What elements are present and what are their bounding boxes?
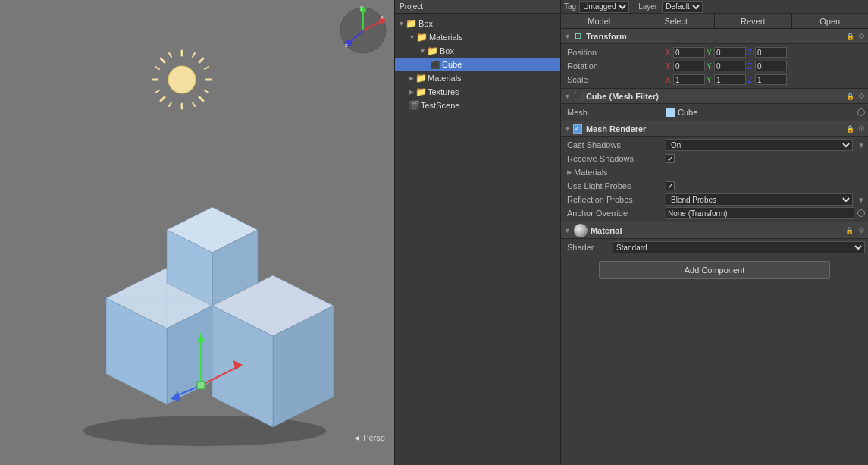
mesh-value-row: Mesh Cube [561,105,868,119]
position-z-input[interactable] [755,47,787,58]
expand-arrow: ▼ [409,33,415,41]
reflection-probes-label: Reflection Probes [567,195,666,204]
x-label: X [666,49,672,57]
tree-item-cube[interactable]: ⬛ Cube [395,58,560,71]
scale-z-input[interactable] [755,74,787,85]
tab-revert[interactable]: Revert [715,14,792,28]
transform-title: Transform [586,32,844,41]
mesh-property-label: Mesh [567,108,666,117]
materials-foldout[interactable]: ▶ Materials [561,165,868,179]
reflection-probes-row: Reflection Probes Blend Probes ▼ [561,193,868,206]
materials-expand-arrow: ▶ [567,168,572,176]
cube-scene-svg [45,162,364,450]
anchor-override-value: None (Transform) [666,207,865,219]
mesh-filter-settings-icon[interactable]: ⚙ [858,92,865,100]
rx-label: X [666,62,672,71]
anchor-override-pick[interactable] [857,209,865,217]
scale-y-input[interactable] [714,74,746,85]
layer-label: Layer [638,2,657,11]
tree-item-box-root[interactable]: ▼ 📁 Box [395,17,560,30]
material-preview-ball [574,224,588,237]
scale-x-input[interactable] [673,74,705,85]
scale-y-field: Y [707,74,746,85]
expand-arrow: ▼ [419,47,426,55]
use-light-probes-checkbox[interactable] [666,181,675,190]
material-header[interactable]: ▼ Material 🔒 ⚙ [561,222,868,239]
scale-value: X Y Z [666,74,865,85]
position-z-field: Z [747,47,787,58]
position-x-input[interactable] [673,47,705,58]
scale-xyz: X Y Z [666,74,865,85]
svg-line-6 [199,58,203,62]
rotation-z-input[interactable] [755,61,787,71]
receive-shadows-row: Receive Shadows [561,152,868,165]
cast-shadows-label: Cast Shadows [567,140,666,149]
cast-shadows-select[interactable]: On [666,139,853,151]
rotation-y-input[interactable] [714,61,746,71]
receive-shadows-label: Receive Shadows [567,154,666,163]
tab-model[interactable]: Model [561,14,638,28]
mesh-renderer-body: Cast Shadows On ▼ Receive Shadows [561,137,868,222]
inspector-panel: Tag Untagged Layer Default Model Select … [561,0,868,465]
shader-label: Shader [567,243,613,252]
tree-item-materials-1[interactable]: ▼ 📁 Materials [395,30,560,44]
mesh-renderer-header[interactable]: ▼ ✓ Mesh Renderer 🔒 ⚙ [561,121,868,137]
cast-shadows-value: On ▼ [666,139,865,151]
mesh-filter-title: Cube (Mesh Filter) [586,92,844,101]
cast-shadows-expand: ▼ [857,141,865,149]
sx-label: X [666,76,672,84]
rotation-x-input[interactable] [673,61,705,71]
tree-item-textures[interactable]: ▶ 📁 Textures [395,85,560,99]
tag-select[interactable]: Untagged [579,1,629,13]
mesh-pick-button[interactable] [857,108,865,116]
material-body: Shader Standard [561,239,868,256]
position-label: Position [567,48,666,57]
mesh-filter-header[interactable]: ▼ ⬛ Cube (Mesh Filter) 🔒 ⚙ [561,89,868,104]
tab-select[interactable]: Select [638,14,716,28]
mesh-renderer-enabled-checkbox[interactable]: ✓ [573,124,582,134]
tree-item-box-sub[interactable]: ▼ 📁 Box [395,44,560,58]
expand-arrow: ▶ [409,74,414,82]
receive-shadows-value [666,154,865,163]
shader-row: Shader Standard [561,240,868,254]
viewport[interactable]: y x z ◄ Persp [0,0,394,465]
transform-header[interactable]: ▼ ⊞ Transform 🔒 ⚙ [561,29,868,44]
svg-rect-37 [197,382,205,389]
tab-open[interactable]: Open [792,14,869,28]
inspector-content: ▼ ⊞ Transform 🔒 ⚙ Position X [561,29,868,465]
receive-shadows-checkbox[interactable] [666,154,675,163]
rotation-z-field: Z [747,61,787,71]
svg-line-11 [155,67,159,69]
rotation-value: X Y Z [666,61,865,71]
mesh-renderer-title: Mesh Renderer [586,124,844,134]
shader-select[interactable]: Standard [613,241,865,253]
layer-select[interactable]: Default [662,1,703,13]
mesh-renderer-settings-icon[interactable]: ⚙ [858,124,865,133]
reflection-probes-select[interactable]: Blend Probes [666,193,853,206]
svg-text:z: z [345,42,348,48]
material-expand-arrow: ▼ [564,227,571,234]
viewport-gizmo[interactable]: y x z [339,6,388,55]
tag-label: Tag [564,2,576,11]
tree-item-testscene[interactable]: 🎬 TestScene [395,99,560,112]
inspector-model-bar: Model Select Revert Open [561,14,868,29]
position-y-input[interactable] [714,47,746,58]
rotation-y-field: Y [707,61,746,71]
project-tab-label: Project [400,2,423,11]
add-component-button[interactable]: Add Component [599,261,830,279]
position-row: Position X Y Z [561,46,868,59]
svg-line-8 [199,97,203,101]
svg-line-12 [205,67,208,69]
reflection-probes-value: Blend Probes ▼ [666,193,865,206]
transform-settings-icon[interactable]: ⚙ [858,32,865,40]
material-settings-icon[interactable]: ⚙ [858,226,865,234]
use-light-probes-row: Use Light Probes [561,179,868,193]
scene-background: y x z ◄ Persp [0,0,394,465]
mesh-filter-expand-arrow: ▼ [564,93,571,100]
shader-value: Standard [613,241,865,253]
mesh-cube-icon: ⬛ [430,59,440,70]
tree-item-materials-2[interactable]: ▶ 📁 Materials [395,71,560,85]
transform-expand-arrow: ▼ [564,33,571,40]
mesh-name-label: Cube [678,108,697,117]
anchor-override-display: None (Transform) [666,207,854,219]
